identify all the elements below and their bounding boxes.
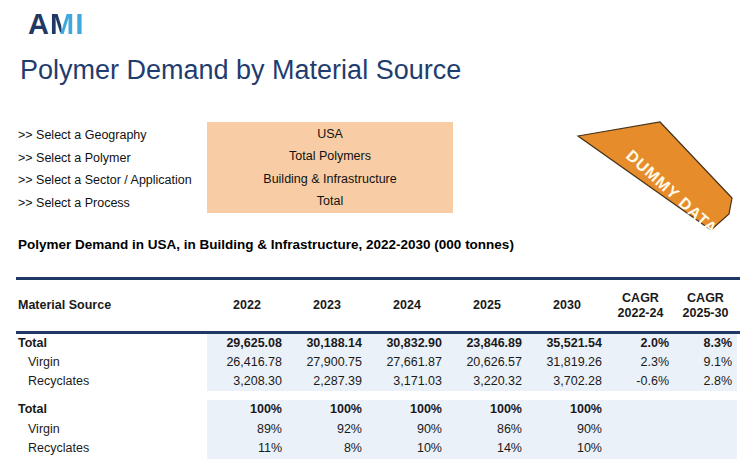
cell-value: 3,208.30 <box>207 372 287 391</box>
table-row-recyclates-tonnes: Recyclates 3,208.30 2,287.39 3,171.03 3,… <box>16 372 740 391</box>
column-header-2025: 2025 <box>447 280 527 331</box>
column-header-2030: 2030 <box>527 280 607 331</box>
polymer-select[interactable]: Total Polymers <box>207 145 453 167</box>
column-header-material-source: Material Source <box>16 280 207 331</box>
cell-cagr: 8.3% <box>674 334 737 353</box>
cell-cagr <box>674 420 737 440</box>
row-label: Virgin <box>16 420 207 440</box>
cell-value: 89% <box>207 420 287 440</box>
ami-logo: AMI <box>28 8 84 41</box>
cell-value: 23,846.89 <box>447 334 527 353</box>
table-row-recyclates-percent: Recyclates 11% 8% 10% 14% 10% <box>16 439 740 459</box>
cagr1-line2: 2022-24 <box>618 306 664 321</box>
geography-selector-label: >> Select a Geography <box>18 124 192 147</box>
cell-value: 100% <box>447 400 527 420</box>
polymer-demand-table: Material Source 2022 2023 2024 2025 2030… <box>16 277 740 459</box>
row-label: Total <box>16 400 207 420</box>
polymer-selector-label: >> Select a Polymer <box>18 147 192 170</box>
cell-cagr <box>674 439 737 459</box>
row-label: Recyclates <box>16 372 207 391</box>
cell-value: 31,819.26 <box>527 353 607 372</box>
cell-value: 3,702.28 <box>527 372 607 391</box>
cell-cagr <box>607 400 674 420</box>
dummy-data-ribbon: DUMMY DATA <box>565 112 747 240</box>
cell-value: 3,171.03 <box>367 372 447 391</box>
sector-selector-label: >> Select a Sector / Application <box>18 169 192 192</box>
table-row-virgin-percent: Virgin 89% 92% 90% 86% 90% <box>16 420 740 440</box>
cell-value: 30,188.14 <box>287 334 367 353</box>
column-header-2022: 2022 <box>207 280 287 331</box>
cell-value: 26,416.78 <box>207 353 287 372</box>
cell-value: 100% <box>287 400 367 420</box>
process-select[interactable]: Total <box>207 190 453 212</box>
table-section-gap <box>16 391 740 400</box>
cagr2-line2: 2025-30 <box>683 306 729 321</box>
column-header-2024: 2024 <box>367 280 447 331</box>
process-selector-label: >> Select a Process <box>18 192 192 215</box>
cell-cagr: 9.1% <box>674 353 737 372</box>
row-label: Recyclates <box>16 439 207 459</box>
cell-cagr: 2.8% <box>674 372 737 391</box>
logo-letter-a: A <box>28 8 50 40</box>
cell-value: 10% <box>367 439 447 459</box>
cell-cagr <box>674 400 737 420</box>
cell-cagr: 2.3% <box>607 353 674 372</box>
logo-letter-i: I <box>75 8 84 40</box>
cell-cagr <box>607 439 674 459</box>
cell-value: 2,287.39 <box>287 372 367 391</box>
table-row-total-percent: Total 100% 100% 100% 100% 100% <box>16 400 740 420</box>
cell-value: 27,900.75 <box>287 353 367 372</box>
cell-cagr: 2.0% <box>607 334 674 353</box>
selection-box: USA Total Polymers Building & Infrastruc… <box>207 122 453 213</box>
cell-value: 100% <box>367 400 447 420</box>
cell-value: 14% <box>447 439 527 459</box>
page-title: Polymer Demand by Material Source <box>20 55 461 86</box>
logo-letter-m: M <box>50 8 75 40</box>
cell-cagr: -0.6% <box>607 372 674 391</box>
cell-cagr <box>607 420 674 440</box>
cagr1-line1: CAGR <box>622 291 659 306</box>
cell-value: 100% <box>527 400 607 420</box>
cell-value: 27,661.87 <box>367 353 447 372</box>
cell-value: 8% <box>287 439 367 459</box>
sector-select[interactable]: Building & Infrastructure <box>207 168 453 190</box>
table-row-virgin-tonnes: Virgin 26,416.78 27,900.75 27,661.87 20,… <box>16 353 740 372</box>
geography-select[interactable]: USA <box>207 123 453 145</box>
cell-value: 20,626.57 <box>447 353 527 372</box>
table-header-row: Material Source 2022 2023 2024 2025 2030… <box>16 277 740 334</box>
cell-value: 86% <box>447 420 527 440</box>
cell-value: 29,625.08 <box>207 334 287 353</box>
cell-value: 30,832.90 <box>367 334 447 353</box>
cell-value: 11% <box>207 439 287 459</box>
row-label: Virgin <box>16 353 207 372</box>
column-header-cagr-2022-24: CAGR 2022-24 <box>607 280 674 331</box>
cagr2-line1: CAGR <box>687 291 724 306</box>
cell-value: 90% <box>367 420 447 440</box>
selector-labels: >> Select a Geography >> Select a Polyme… <box>18 124 192 214</box>
column-header-cagr-2025-30: CAGR 2025-30 <box>674 280 737 331</box>
cell-value: 92% <box>287 420 367 440</box>
table-row-total-tonnes: Total 29,625.08 30,188.14 30,832.90 23,8… <box>16 334 740 353</box>
cell-value: 3,220.32 <box>447 372 527 391</box>
cell-value: 90% <box>527 420 607 440</box>
cell-value: 35,521.54 <box>527 334 607 353</box>
cell-value: 10% <box>527 439 607 459</box>
report-subtitle: Polymer Demand in USA, in Building & Inf… <box>18 237 514 252</box>
row-label: Total <box>16 334 207 353</box>
cell-value: 100% <box>207 400 287 420</box>
column-header-2023: 2023 <box>287 280 367 331</box>
